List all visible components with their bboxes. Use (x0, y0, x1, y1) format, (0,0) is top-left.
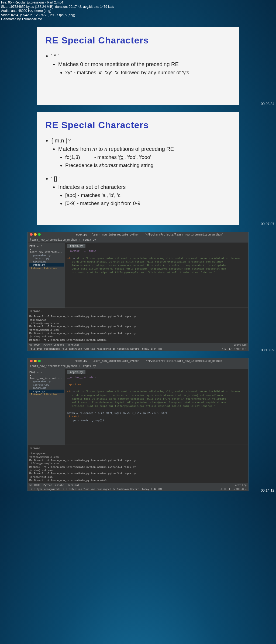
media-info-header: File: 05 - Regular Expressions - Part 2.… (0, 0, 276, 22)
term-line: jordan@test.com (29, 335, 247, 338)
tab-todo[interactable]: 6: TODO (29, 343, 40, 346)
file-generator[interactable]: generator.py (29, 380, 64, 383)
cursor-pos: 4:1 (222, 347, 226, 350)
encoding: LF ÷ UTF-8 ÷ (229, 488, 247, 490)
thumbnail-4: regex.py - learn_now_intermediate_python… (0, 353, 276, 493)
term-line: chase@yahoo (29, 318, 247, 322)
zoom-icon[interactable] (38, 360, 41, 362)
status-message: File type recognized: File extension *.m… (29, 488, 162, 490)
term-line: chase@yahoo (29, 452, 247, 455)
term-line: MacBook-Pro-2:learn_now_intermediate_pyt… (29, 459, 247, 462)
tab-terminal[interactable]: Terminal (68, 484, 79, 486)
external-libraries[interactable]: External Libraries (29, 393, 64, 396)
term-line: MacBook-Pro-2:learn_now_intermediate_pyt… (29, 465, 247, 469)
window-title: regex.py - learn_now_intermediate_python… (74, 359, 224, 362)
bullet-brackets: ' [] ' (51, 175, 231, 182)
term-line: MacBook-Pro-2:learn_now_intermediate_pyt… (29, 325, 247, 328)
timestamp-3: 00:10:39 (261, 348, 274, 352)
term-line: MacBook-Pro-2:learn_now_intermediate_pyt… (29, 479, 247, 482)
encoding: LF ÷ UTF-8 ÷ (229, 347, 247, 350)
bullet-brackets-desc: Indicates a set of characters (58, 184, 231, 190)
file-regex[interactable]: regex.py (29, 263, 64, 267)
close-icon[interactable] (30, 233, 33, 236)
terminal-header: Terminal (29, 309, 247, 314)
term-line: MacBook-Pro-2:learn_now_intermediate_pyt… (29, 338, 247, 342)
ide-1: regex.py - learn_now_intermediate_python… (27, 232, 249, 351)
code-editor[interactable]: regex.py __author__ = 'admin' str = str … (65, 243, 248, 308)
gen-line: Generated by Thumbnail me (1, 17, 275, 22)
editor-tab[interactable]: regex.py (67, 370, 85, 374)
term-line: MacBook-Pro-2:learn_now_intermediate_pyt… (29, 315, 247, 318)
video-line: Video: h264, yuv420p, 1280x720, 29.97 fp… (1, 13, 275, 18)
file-readme[interactable]: README.md (29, 386, 64, 390)
term-line: jordan@test.com (29, 469, 247, 472)
ide-2: regex.py - learn_now_intermediate_python… (27, 358, 249, 491)
terminal-panel[interactable]: Terminal chase@yahoo tiffany@example.com… (28, 445, 248, 483)
event-log[interactable]: Event Log (233, 343, 247, 346)
thumbnail-2: RE Special Characters { m,n }? Matches f… (0, 107, 276, 227)
editor-tab[interactable]: regex.py (67, 244, 85, 248)
titlebar: regex.py - learn_now_intermediate_python… (28, 232, 248, 237)
term-line: MacBook-Pro-2:learn_now_intermediate_pyt… (29, 332, 247, 335)
bottom-tabs: 6: TODO Python Console Terminal Event Lo… (28, 343, 248, 347)
slide-1: RE Special Characters ' * ' Matches 0 or… (37, 27, 239, 105)
term-line: tiffany@example.com (29, 462, 247, 465)
bottom-tabs: 6: TODO Python Console Terminal Event Lo… (28, 483, 248, 487)
tab-python-console[interactable]: Python Console (43, 343, 64, 346)
breadcrumb[interactable]: learn_now_intermediate_python 〉 regex.py (28, 363, 248, 369)
tab-python-console[interactable]: Python Console (43, 484, 64, 486)
file-readme[interactable]: README.md (29, 260, 64, 263)
timestamp-4: 00:14:12 (261, 488, 274, 492)
file-iterator[interactable]: iterator.py (29, 383, 64, 386)
bullet-braces: { m,n }? (51, 137, 231, 144)
cursor-pos: 8:10 (220, 488, 226, 490)
audio-line: Audio: aac, 48000 Hz, stereo (eng) (1, 9, 275, 13)
term-line: MacBook-Pro-2:learn_now_intermediate_pyt… (29, 472, 247, 475)
thumbnail-1: RE Special Characters ' * ' Matches 0 or… (0, 22, 276, 107)
bullet-brackets-ex1: [abc] - matches 'a', 'b', 'c' (65, 192, 231, 198)
thumbnail-3: regex.py - learn_now_intermediate_python… (0, 227, 276, 353)
tab-terminal[interactable]: Terminal (68, 343, 79, 346)
external-libraries[interactable]: External Libraries (29, 267, 64, 270)
file-iterator[interactable]: iterator.py (29, 257, 64, 260)
titlebar: regex.py - learn_now_intermediate_python… (28, 358, 248, 363)
bullet-star-desc: Matches 0 or more repetitions of the pre… (58, 61, 231, 67)
bullet-brackets-ex2: [0-9] - matches any digit from 0-9 (65, 200, 231, 206)
terminal-panel[interactable]: Terminal MacBook-Pro-2:learn_now_interme… (28, 308, 248, 343)
bullet-braces-desc: Matches from m to n repetitions of prece… (58, 146, 231, 152)
bullet-braces-ex2: Precedence is shortest matching string (65, 162, 231, 168)
bullet-star-example: xy* - matches 'x', 'xy', 'x' followed by… (65, 70, 231, 76)
project-sidebar[interactable]: Proj... ▾ ▾ learn_now_intermedi... gener… (28, 243, 65, 308)
project-root: ▾ learn_now_intermedi... (29, 374, 64, 380)
terminal-header: Terminal (29, 446, 247, 451)
file-regex[interactable]: regex.py (29, 390, 64, 393)
project-root: ▾ learn_now_intermedi... (29, 248, 64, 254)
term-line: tiffany@example.com (29, 455, 247, 459)
file-generator[interactable]: generator.py (29, 254, 64, 257)
slide-2: RE Special Characters { m,n }? Matches f… (37, 112, 239, 225)
size-line: Size: 197384650 bytes (188.24 MiB), dura… (1, 5, 275, 9)
status-message: File type recognized: File extension *.m… (29, 347, 162, 350)
term-line: tiffany@example.com (29, 328, 247, 332)
timestamp-1: 00:03:34 (261, 102, 274, 106)
project-sidebar[interactable]: Proj... ▾ ▾ learn_now_intermedi... gener… (28, 369, 65, 445)
event-log[interactable]: Event Log (233, 484, 247, 486)
minimize-icon[interactable] (34, 360, 37, 362)
breadcrumb[interactable]: learn_now_intermediate_python 〉 regex.py (28, 237, 248, 243)
zoom-icon[interactable] (38, 233, 41, 236)
term-line: jordan@test.com (29, 475, 247, 479)
status-bar: File type recognized: File extension *.m… (28, 487, 248, 491)
file-line: File: 05 - Regular Expressions - Part 2.… (1, 1, 275, 5)
bullet-star: ' * ' (51, 53, 231, 59)
status-bar: File type recognized: File extension *.m… (28, 347, 248, 351)
tab-todo[interactable]: 6: TODO (29, 484, 40, 486)
slide-title: RE Special Characters (45, 35, 231, 46)
slide-title: RE Special Characters (45, 120, 231, 130)
minimize-icon[interactable] (34, 233, 37, 236)
timestamp-2: 00:07:07 (261, 222, 274, 226)
bullet-braces-ex1: fo(1,3) - matches 'fo', 'foo', 'fooo' (65, 154, 231, 160)
close-icon[interactable] (30, 360, 33, 362)
term-line: tiffany@example.com (29, 322, 247, 325)
code-editor[interactable]: regex.py __author__ = 'admin' import re … (65, 369, 248, 445)
window-title: regex.py - learn_now_intermediate_python… (74, 233, 224, 236)
